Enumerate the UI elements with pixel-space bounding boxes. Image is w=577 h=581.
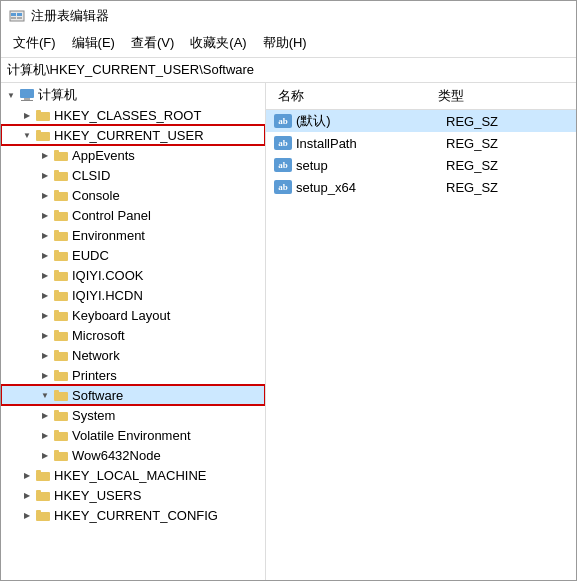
svg-rect-42	[54, 452, 68, 461]
breadcrumb-bar: 计算机\HKEY_CURRENT_USER\Software	[1, 58, 576, 83]
tree-item-wow6432[interactable]: ▶Wow6432Node	[1, 445, 265, 465]
expand-btn-hkcr[interactable]: ▶	[19, 107, 35, 123]
svg-rect-27	[54, 290, 59, 293]
detail-row-2[interactable]: absetupREG_SZ	[266, 154, 576, 176]
tree-item-software[interactable]: ▼Software	[1, 385, 265, 405]
menu-bar: 文件(F)编辑(E)查看(V)收藏夹(A)帮助(H)	[1, 29, 576, 58]
expand-btn-controlpanel[interactable]: ▶	[37, 207, 53, 223]
menu-item-v[interactable]: 查看(V)	[123, 31, 182, 55]
tree-item-appevents[interactable]: ▶AppEvents	[1, 145, 265, 165]
svg-rect-29	[54, 310, 59, 313]
col-header-name: 名称	[274, 85, 434, 107]
tree-item-keyboardlayout[interactable]: ▶Keyboard Layout	[1, 305, 265, 325]
svg-rect-19	[54, 210, 59, 213]
tree-item-microsoft[interactable]: ▶Microsoft	[1, 325, 265, 345]
svg-rect-31	[54, 330, 59, 333]
expand-btn-hkcu[interactable]: ▼	[19, 127, 35, 143]
expand-btn-keyboardlayout[interactable]: ▶	[37, 307, 53, 323]
tree-label-system: System	[72, 408, 115, 423]
tree-item-controlpanel[interactable]: ▶Control Panel	[1, 205, 265, 225]
tree-item-printers[interactable]: ▶Printers	[1, 365, 265, 385]
expand-btn-wow6432[interactable]: ▶	[37, 447, 53, 463]
expand-btn-computer[interactable]: ▼	[3, 87, 19, 103]
tree-item-hkcu[interactable]: ▼HKEY_CURRENT_USER	[1, 125, 265, 145]
expand-btn-appevents[interactable]: ▶	[37, 147, 53, 163]
reg-type-icon: ab	[274, 136, 292, 150]
tree-item-volatile[interactable]: ▶Volatile Environment	[1, 425, 265, 445]
svg-rect-43	[54, 450, 59, 453]
tree-label-volatile: Volatile Environment	[72, 428, 191, 443]
detail-row-name: InstallPath	[296, 136, 446, 151]
tree-item-environment[interactable]: ▶Environment	[1, 225, 265, 245]
tree-item-iqiyihcdn[interactable]: ▶IQIYI.HCDN	[1, 285, 265, 305]
svg-rect-45	[36, 470, 41, 473]
tree-item-hkcr[interactable]: ▶HKEY_CLASSES_ROOT	[1, 105, 265, 125]
expand-btn-hklm[interactable]: ▶	[19, 467, 35, 483]
expand-btn-volatile[interactable]: ▶	[37, 427, 53, 443]
tree-panel[interactable]: ▼计算机▶HKEY_CLASSES_ROOT▼HKEY_CURRENT_USER…	[1, 83, 266, 580]
detail-row-1[interactable]: abInstallPathREG_SZ	[266, 132, 576, 154]
tree-item-system[interactable]: ▶System	[1, 405, 265, 425]
svg-rect-10	[36, 132, 50, 141]
detail-panel[interactable]: 名称 类型 ab(默认)REG_SZabInstallPathREG_SZabs…	[266, 83, 576, 580]
tree-label-hkcc: HKEY_CURRENT_CONFIG	[54, 508, 218, 523]
detail-row-0[interactable]: ab(默认)REG_SZ	[266, 110, 576, 132]
menu-item-e[interactable]: 编辑(E)	[64, 31, 123, 55]
svg-rect-35	[54, 370, 59, 373]
menu-item-f[interactable]: 文件(F)	[5, 31, 64, 55]
tree-item-clsid[interactable]: ▶CLSID	[1, 165, 265, 185]
svg-rect-26	[54, 292, 68, 301]
svg-rect-11	[36, 130, 41, 133]
tree-label-software: Software	[72, 388, 123, 403]
menu-item-h[interactable]: 帮助(H)	[255, 31, 315, 55]
tree-label-iqiyicook: IQIYI.COOK	[72, 268, 144, 283]
tree-label-environment: Environment	[72, 228, 145, 243]
tree-label-controlpanel: Control Panel	[72, 208, 151, 223]
expand-btn-microsoft[interactable]: ▶	[37, 327, 53, 343]
menu-item-a[interactable]: 收藏夹(A)	[182, 31, 254, 55]
tree-item-hkcc[interactable]: ▶HKEY_CURRENT_CONFIG	[1, 505, 265, 525]
svg-rect-4	[17, 17, 22, 19]
expand-btn-network[interactable]: ▶	[37, 347, 53, 363]
svg-rect-7	[21, 100, 33, 101]
svg-rect-24	[54, 272, 68, 281]
tree-item-console[interactable]: ▶Console	[1, 185, 265, 205]
reg-type-icon: ab	[274, 158, 292, 172]
svg-rect-41	[54, 430, 59, 433]
detail-row-name: setup	[296, 158, 446, 173]
expand-btn-iqiyicook[interactable]: ▶	[37, 267, 53, 283]
svg-rect-28	[54, 312, 68, 321]
tree-item-hku[interactable]: ▶HKEY_USERS	[1, 485, 265, 505]
expand-btn-software[interactable]: ▼	[37, 387, 53, 403]
svg-rect-36	[54, 392, 68, 401]
col-header-type: 类型	[434, 85, 534, 107]
tree-label-hklm: HKEY_LOCAL_MACHINE	[54, 468, 206, 483]
expand-btn-eudc[interactable]: ▶	[37, 247, 53, 263]
tree-item-computer[interactable]: ▼计算机	[1, 85, 265, 105]
tree-item-eudc[interactable]: ▶EUDC	[1, 245, 265, 265]
expand-btn-clsid[interactable]: ▶	[37, 167, 53, 183]
expand-btn-system[interactable]: ▶	[37, 407, 53, 423]
expand-btn-environment[interactable]: ▶	[37, 227, 53, 243]
svg-rect-30	[54, 332, 68, 341]
detail-row-3[interactable]: absetup_x64REG_SZ	[266, 176, 576, 198]
expand-btn-hkcc[interactable]: ▶	[19, 507, 35, 523]
tree-item-iqiyicook[interactable]: ▶IQIYI.COOK	[1, 265, 265, 285]
detail-row-type: REG_SZ	[446, 180, 546, 195]
tree-label-hku: HKEY_USERS	[54, 488, 141, 503]
svg-rect-14	[54, 172, 68, 181]
title-text: 注册表编辑器	[31, 7, 109, 25]
expand-btn-printers[interactable]: ▶	[37, 367, 53, 383]
expand-btn-hku[interactable]: ▶	[19, 487, 35, 503]
tree-item-network[interactable]: ▶Network	[1, 345, 265, 365]
svg-rect-1	[11, 13, 16, 16]
expand-btn-iqiyihcdn[interactable]: ▶	[37, 287, 53, 303]
reg-type-icon: ab	[274, 114, 292, 128]
svg-rect-49	[36, 510, 41, 513]
reg-type-icon: ab	[274, 180, 292, 194]
tree-item-hklm[interactable]: ▶HKEY_LOCAL_MACHINE	[1, 465, 265, 485]
expand-btn-console[interactable]: ▶	[37, 187, 53, 203]
svg-rect-13	[54, 150, 59, 153]
detail-row-name: (默认)	[296, 112, 446, 130]
svg-rect-23	[54, 250, 59, 253]
